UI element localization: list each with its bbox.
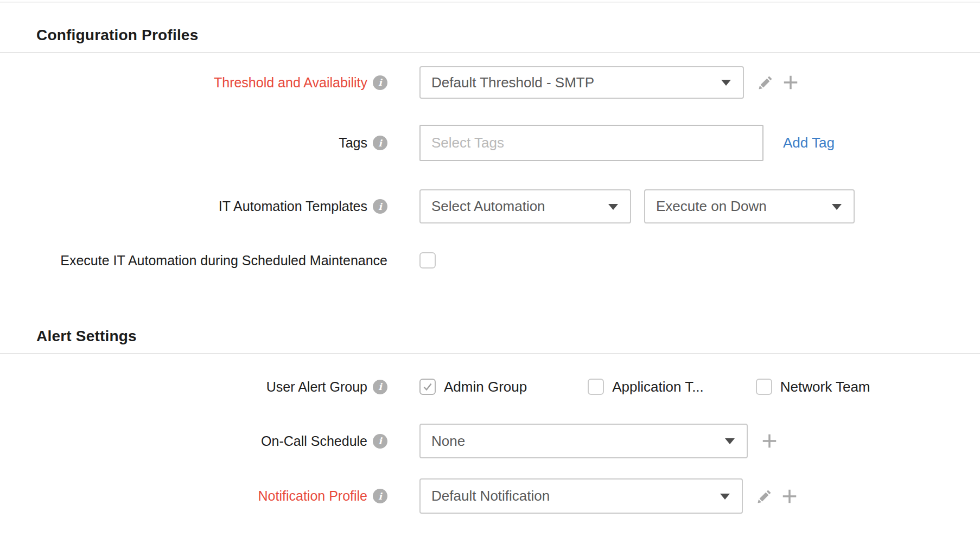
configuration-form-page: Configuration Profiles Threshold and Ava… xyxy=(0,0,980,537)
on-call-schedule-selected-value: None xyxy=(431,433,465,450)
info-icon[interactable]: i xyxy=(373,199,387,214)
tags-field-cell: Add Tag xyxy=(419,125,835,161)
it-automation-field-cell: Select Automation Execute on Down xyxy=(419,189,855,223)
notification-profile-label: Notification Profile xyxy=(258,488,367,504)
plus-icon xyxy=(762,433,777,449)
automation-template-selected-value: Select Automation xyxy=(431,198,545,215)
threshold-field-cell: Default Threshold - SMTP xyxy=(419,66,798,99)
checkmark-icon xyxy=(422,381,433,392)
threshold-label-cell: Threshold and Availability i xyxy=(0,75,387,91)
notification-label-cell: Notification Profile i xyxy=(0,488,387,504)
info-icon[interactable]: i xyxy=(373,75,387,90)
on-call-field-cell: None xyxy=(419,424,777,458)
on-call-schedule-label: On-Call Schedule xyxy=(261,433,367,449)
plus-icon xyxy=(782,489,797,504)
user-group-option-application-team[interactable]: Application T... xyxy=(588,379,704,395)
add-threshold-profile-button[interactable] xyxy=(783,75,798,90)
add-notification-profile-button[interactable] xyxy=(782,489,797,504)
add-tag-link[interactable]: Add Tag xyxy=(783,135,835,151)
user-alert-group-label: User Alert Group xyxy=(266,379,367,395)
section-divider xyxy=(0,353,980,354)
select-tags-input[interactable] xyxy=(419,125,763,161)
user-alert-group-label-cell: User Alert Group i xyxy=(0,379,387,395)
info-icon[interactable]: i xyxy=(373,380,387,394)
notification-field-cell: Default Notification xyxy=(419,478,797,514)
info-icon[interactable]: i xyxy=(373,489,387,503)
maintenance-automation-row: Execute IT Automation during Scheduled M… xyxy=(0,252,980,268)
threshold-profile-selected-value: Default Threshold - SMTP xyxy=(431,74,594,91)
chevron-down-icon xyxy=(720,494,730,500)
maintenance-field-cell xyxy=(419,252,436,268)
notification-profile-row: Notification Profile i Default Notificat… xyxy=(0,478,980,514)
plus-icon xyxy=(783,75,798,90)
automation-trigger-select[interactable]: Execute on Down xyxy=(644,189,855,223)
tags-row: Tags i Add Tag xyxy=(0,125,980,161)
maintenance-label-cell: Execute IT Automation during Scheduled M… xyxy=(0,253,387,268)
tags-label: Tags xyxy=(339,135,367,151)
edit-threshold-profile-button[interactable] xyxy=(758,75,773,90)
chevron-down-icon xyxy=(725,438,735,444)
chevron-down-icon xyxy=(608,204,618,210)
it-automation-row: IT Automation Templates i Select Automat… xyxy=(0,189,980,223)
network-team-checkbox-label: Network Team xyxy=(780,379,870,395)
on-call-label-cell: On-Call Schedule i xyxy=(0,433,387,449)
threshold-availability-row: Threshold and Availability i Default Thr… xyxy=(0,66,980,99)
on-call-schedule-row: On-Call Schedule i None xyxy=(0,424,980,458)
user-group-option-admin-group[interactable]: Admin Group xyxy=(419,379,527,395)
chevron-down-icon xyxy=(832,204,842,210)
automation-trigger-selected-value: Execute on Down xyxy=(656,198,767,215)
admin-group-checkbox[interactable] xyxy=(419,379,436,395)
section-title-alert-settings: Alert Settings xyxy=(36,327,137,346)
edit-notification-profile-button[interactable] xyxy=(757,489,772,504)
top-divider xyxy=(0,2,980,3)
info-icon[interactable]: i xyxy=(373,136,387,150)
notification-profile-select[interactable]: Default Notification xyxy=(419,478,743,514)
info-icon[interactable]: i xyxy=(373,434,387,449)
section-title-configuration-profiles: Configuration Profiles xyxy=(36,26,198,44)
user-alert-group-field-cell: Admin Group Application T... Network Tea… xyxy=(419,379,870,395)
pencil-icon xyxy=(758,75,773,90)
notification-profile-selected-value: Default Notification xyxy=(431,488,550,504)
execute-automation-maintenance-label: Execute IT Automation during Scheduled M… xyxy=(60,253,387,268)
user-group-option-network-team[interactable]: Network Team xyxy=(756,379,870,395)
it-automation-label-cell: IT Automation Templates i xyxy=(0,199,387,214)
maintenance-automation-checkbox[interactable] xyxy=(419,252,436,268)
application-team-checkbox[interactable] xyxy=(588,379,604,395)
it-automation-templates-label: IT Automation Templates xyxy=(219,199,367,214)
tags-label-cell: Tags i xyxy=(0,135,387,151)
add-on-call-schedule-button[interactable] xyxy=(762,433,777,449)
pencil-icon xyxy=(757,489,772,504)
automation-template-select[interactable]: Select Automation xyxy=(419,189,631,223)
threshold-profile-select[interactable]: Default Threshold - SMTP xyxy=(419,66,744,99)
on-call-schedule-select[interactable]: None xyxy=(419,424,748,458)
threshold-availability-label: Threshold and Availability xyxy=(214,75,367,91)
user-alert-group-row: User Alert Group i Admin Group Applicati… xyxy=(0,378,980,395)
section-divider xyxy=(0,52,980,53)
network-team-checkbox[interactable] xyxy=(756,379,772,395)
chevron-down-icon xyxy=(721,80,731,86)
admin-group-checkbox-label: Admin Group xyxy=(444,379,527,395)
application-team-checkbox-label: Application T... xyxy=(612,379,704,395)
